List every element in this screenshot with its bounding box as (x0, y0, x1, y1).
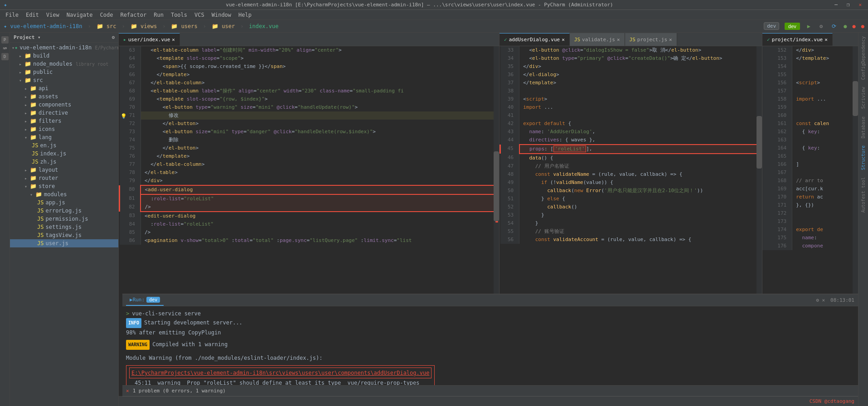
tree-settings-js-label: settings.js (45, 224, 81, 230)
middle-scrollbar-thumb[interactable] (756, 116, 762, 169)
code-row-70: 70 <el-button type="warning" size="mini"… (120, 103, 499, 111)
tree-item-assets[interactable]: ▸ 📁 assets (10, 92, 118, 101)
breadcrumb-sep4: › (203, 23, 206, 29)
menu-item-run[interactable]: Run (150, 12, 167, 18)
run-icon-play[interactable]: ▶ (807, 23, 810, 29)
tree-item-build[interactable]: ▸ 📁 build (10, 52, 118, 60)
project-icon[interactable]: P (1, 36, 9, 44)
tree-item-user-js[interactable]: JS user.js (10, 239, 118, 247)
tree-item-index-js[interactable]: JS index.js (10, 150, 118, 158)
run-button[interactable]: dev (785, 23, 800, 30)
menu-item-tools[interactable]: Tools (167, 12, 191, 18)
run-panel: ▶ Run: dev ⚙ ✕ 08:13:01 > vue-cli-servic… (122, 294, 858, 406)
run-line-copy: 98% after emitting CopyPlugin (126, 328, 854, 337)
menu-item-code[interactable]: Code (97, 12, 117, 18)
structure-label[interactable]: Structure (861, 145, 866, 170)
close-tab-icon[interactable]: ✕ (172, 37, 175, 43)
menu-item-edit[interactable]: Edit (22, 12, 43, 18)
update-icon[interactable]: ⟳ (832, 23, 836, 29)
tab-label-validate: validate.js (582, 37, 615, 43)
scriview-label[interactable]: Scriview (861, 87, 866, 109)
error-file-link[interactable]: E:\PycharmProjects\vue-element-admin-i18… (129, 367, 432, 378)
close-right-tab-icon[interactable]: ✕ (824, 37, 828, 43)
tree-item-public[interactable]: ▸ 📁 public (10, 68, 118, 76)
tagsview-js-icon: JS (37, 232, 44, 238)
r-row-153: 153 </template> (762, 54, 858, 63)
maximize-btn[interactable]: ❐ (844, 2, 853, 8)
tree-item-api[interactable]: ▸ 📁 api (10, 84, 118, 92)
tab-project-js[interactable]: JS project.js ✕ (625, 33, 677, 46)
code-row-81: 81 :role-list="roleList" (120, 194, 499, 203)
status-red2: ● (861, 23, 864, 29)
run-content: > vue-cli-service serve INFO Starting de… (122, 306, 858, 385)
run-command: vue-cli-service serve (132, 309, 201, 318)
close-middle-tab-icon[interactable]: ✕ (562, 37, 565, 43)
close-project-tab-icon[interactable]: ✕ (669, 37, 672, 43)
warning-detail-text: 45:11 warning Prop "roleList" should def… (129, 378, 420, 385)
tree-item-store[interactable]: ▾ 📁 store (10, 182, 118, 190)
tab-project-index-vue[interactable]: ✓ project/index.vue ✕ (762, 33, 833, 46)
database-label[interactable]: Database (861, 116, 866, 138)
run-settings-icon[interactable]: ⚙ ✕ (816, 297, 825, 303)
run-tab[interactable]: ▶ Run: dev (126, 295, 164, 306)
tree-item-src[interactable]: ▾ 📁 src (10, 76, 118, 84)
tab-validate-js[interactable]: JS validate.js ✕ (570, 33, 625, 46)
db-icon[interactable]: D (1, 53, 9, 60)
code-row-82: 82 /> (120, 203, 499, 212)
tree-errorlog-js-label: errorLog.js (45, 208, 81, 214)
tree-item-directive[interactable]: ▸ 📁 directive (10, 109, 118, 117)
m-row-36: 36 </el-dialog> (500, 71, 762, 79)
tree-item-errorlog-js[interactable]: JS errorLog.js (10, 207, 118, 215)
project-settings-icon[interactable]: ⚙ (112, 34, 115, 40)
settings-icon[interactable]: ⚙ (820, 23, 823, 29)
tree-item-components[interactable]: ▸ 📁 components (10, 101, 118, 109)
close-btn[interactable]: ✕ (856, 2, 864, 8)
config-dependency-label[interactable]: ConfigDependency (861, 36, 866, 80)
permission-js-icon: JS (37, 216, 44, 222)
menu-item-view[interactable]: View (43, 12, 63, 18)
autofest-label[interactable]: Autofest tool (861, 177, 866, 213)
title-bar-controls[interactable]: ─ ❐ ✕ (832, 2, 864, 8)
tree-item-icons[interactable]: ▸ 📁 icons (10, 125, 118, 133)
tree-item-permission-js[interactable]: JS permission.js (10, 215, 118, 223)
tree-item-app-js[interactable]: JS app.js (10, 198, 118, 207)
r-row-159: 159 (762, 103, 858, 111)
tree-item-filters[interactable]: ▸ 📁 filters (10, 117, 118, 125)
minimize-btn[interactable]: ─ (832, 2, 840, 8)
tree-item-settings-js[interactable]: JS settings.js (10, 223, 118, 231)
build-folder-icon: 📁 (24, 53, 31, 59)
menu-item-navigate[interactable]: Navigate (63, 12, 97, 18)
tab-adddialog-vue[interactable]: ✓ addUserDialog.vue ✕ (499, 33, 570, 46)
tree-item-en-js[interactable]: JS en.js (10, 141, 118, 150)
tree-item-router[interactable]: ▸ 📁 router (10, 174, 118, 182)
run-warning-text: Compiled with 1 warning (152, 340, 228, 349)
m-row-43: 43 name: 'AddUserDialog', (500, 128, 762, 136)
menu-item-refactor[interactable]: Refactor (116, 12, 150, 18)
tree-item-modules[interactable]: ▾ 📁 modules (10, 190, 118, 198)
tab-user-index-vue[interactable]: ▸ user/index.vue ✕ (119, 33, 180, 46)
close-validate-tab-icon[interactable]: ✕ (617, 37, 620, 43)
editor-right-tabs: ✓ project/index.vue ✕ (762, 33, 858, 46)
m-row-47: 47 // 用户名验证 (500, 162, 762, 170)
menu-item-window[interactable]: Window (208, 12, 235, 18)
right-scrollbar-thumb[interactable] (853, 81, 858, 116)
project-bar: ✦ vue-element-admin-i18n › 📁 src › 📁 vie… (0, 20, 868, 33)
tree-item-layout[interactable]: ▸ 📁 layout (10, 166, 118, 174)
structure-icon[interactable]: S (3, 47, 7, 49)
branch-badge[interactable]: dev (764, 22, 779, 30)
tree-item-zh-js[interactable]: JS zh.js (10, 158, 118, 166)
m-row-44: 44 directives: { waves }, (500, 136, 762, 145)
tree-item-root[interactable]: ▾ ✦ vue-element-admin-i18n E/PycharmProj… (10, 44, 118, 52)
tree-item-node-modules[interactable]: ▸ 📁 node_modules library root (10, 60, 118, 68)
left-scrollbar-thumb[interactable] (494, 151, 499, 221)
code-row-76: 76 </template> (120, 152, 499, 160)
menu-item-vcs[interactable]: VCS (191, 12, 208, 18)
tree-item-lang[interactable]: ▾ 📁 lang (10, 133, 118, 141)
lang-folder-icon: 📁 (30, 134, 37, 140)
status-right: CSDN @cdtaogang (810, 398, 854, 404)
breadcrumb-sep2: › (122, 23, 125, 29)
menu-item-help[interactable]: Help (235, 12, 255, 18)
menu-item-file[interactable]: File (2, 12, 22, 18)
tree-item-tagsview-js[interactable]: JS tagsView.js (10, 231, 118, 239)
code-row-64: 64 <template slot-scope="scope"> (120, 54, 499, 63)
